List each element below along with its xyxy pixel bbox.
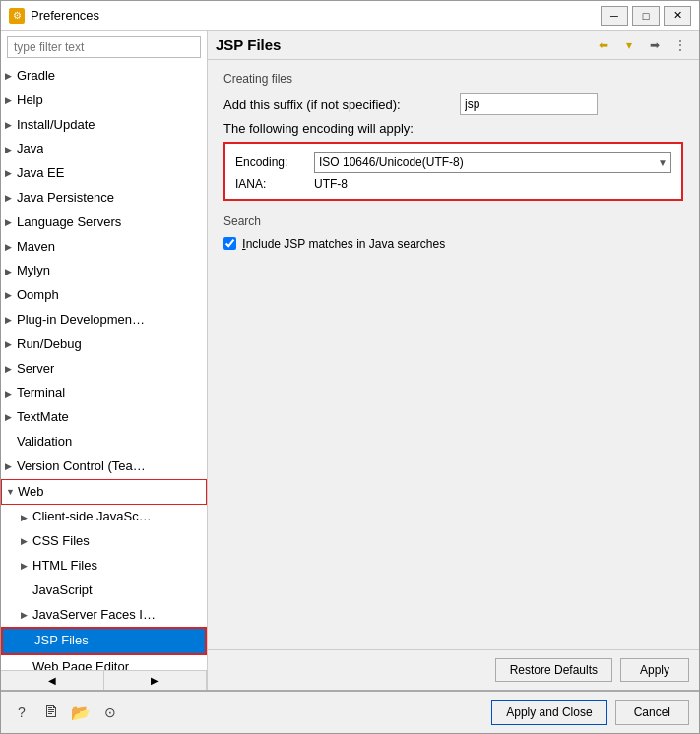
sidebar-item-web-page-editor[interactable]: Web Page Editor	[1, 655, 207, 670]
panel-toolbar: JSP Files ⬅ ▾ ➡ ⋮	[208, 31, 699, 60]
encoding-label: Encoding:	[235, 155, 314, 169]
sidebar-item-textmate[interactable]: ▶ TextMate	[1, 405, 207, 430]
expand-arrow: ▶	[5, 93, 17, 107]
sidebar-item-jsf[interactable]: ▶ JavaServer Faces I…	[1, 603, 207, 628]
sidebar-item-plugin-development[interactable]: ▶ Plug-in Developmen…	[1, 308, 207, 333]
dropdown-button[interactable]: ▾	[618, 34, 640, 56]
sidebar: ▶ Gradle ▶ Help ▶ Install/Update ▶ Java …	[1, 31, 208, 690]
minimize-button[interactable]: ─	[601, 6, 628, 26]
bottom-bar: ? 🖹 📂 ⊙ Apply and Close Cancel	[1, 690, 699, 733]
scroll-right-button[interactable]: ▶	[104, 671, 208, 690]
sidebar-item-install-update[interactable]: ▶ Install/Update	[1, 113, 207, 138]
expand-arrow: ▶	[5, 410, 17, 424]
maximize-button[interactable]: □	[632, 6, 660, 26]
expand-arrow: ▶	[5, 69, 17, 83]
suffix-label: Add this suffix (if not specified):	[223, 97, 460, 112]
expand-arrow: ▶	[21, 559, 32, 573]
sidebar-item-language-servers[interactable]: ▶ Language Servers	[1, 211, 207, 235]
creating-files-section-title: Creating files	[223, 72, 683, 86]
search-section-title: Search	[223, 214, 683, 228]
expand-arrow: ▶	[21, 511, 32, 524]
panel-body: Creating files Add this suffix (if not s…	[208, 60, 699, 649]
expand-arrow: ▶	[21, 608, 32, 622]
window-controls: ─ □ ✕	[601, 6, 691, 26]
expand-arrow: ▶	[5, 240, 17, 254]
cancel-button[interactable]: Cancel	[615, 700, 689, 725]
iana-row: IANA: UTF-8	[235, 177, 671, 191]
more-button[interactable]: ⋮	[669, 34, 691, 56]
expand-arrow: ▶	[5, 387, 17, 400]
include-jsp-label: Include JSP matches in Java searches	[242, 236, 445, 251]
scroll-left-button[interactable]: ◀	[1, 671, 104, 690]
search-section: Search Include JSP matches in Java searc…	[223, 214, 683, 251]
encoding-select[interactable]: ISO 10646/Unicode(UTF-8) UTF-8 ISO-8859-…	[314, 152, 671, 173]
sidebar-nav: ◀ ▶	[1, 670, 207, 690]
forward-button[interactable]: ➡	[644, 34, 666, 56]
sidebar-item-help[interactable]: ▶ Help	[1, 89, 207, 113]
suffix-select-wrap: jsp jspx	[460, 93, 598, 115]
help-icon[interactable]: ?	[11, 702, 32, 723]
sidebar-item-java-ee[interactable]: ▶ Java EE	[1, 161, 207, 186]
sidebar-item-web[interactable]: ▼ Web	[1, 479, 207, 506]
suffix-select[interactable]: jsp jspx	[465, 97, 593, 111]
filter-input[interactable]	[7, 36, 201, 58]
expand-arrow: ▶	[5, 191, 17, 205]
export-icon[interactable]: 🖹	[40, 702, 62, 723]
iana-label: IANA:	[235, 177, 314, 191]
title-bar: ⚙ Preferences ─ □ ✕	[1, 1, 699, 31]
expand-arrow: ▶	[5, 459, 17, 473]
expand-arrow: ▶	[5, 362, 17, 376]
expand-arrow: ▼	[6, 485, 18, 499]
encoding-select-wrap: ISO 10646/Unicode(UTF-8) UTF-8 ISO-8859-…	[314, 152, 671, 173]
window-icon: ⚙	[9, 8, 25, 24]
import-icon[interactable]: 📂	[70, 702, 92, 723]
sidebar-item-java[interactable]: ▶ Java	[1, 137, 207, 161]
sidebar-item-run-debug[interactable]: ▶ Run/Debug	[1, 333, 207, 357]
encoding-section-label: The following encoding will apply:	[223, 121, 683, 136]
sidebar-item-gradle[interactable]: ▶ Gradle	[1, 64, 207, 89]
restore-defaults-button[interactable]: Restore Defaults	[495, 658, 612, 682]
expand-arrow: ▶	[5, 288, 17, 302]
encoding-row: Encoding: ISO 10646/Unicode(UTF-8) UTF-8…	[235, 152, 671, 173]
bottom-icons: ? 🖹 📂 ⊙	[11, 702, 483, 723]
include-jsp-row: Include JSP matches in Java searches	[223, 236, 683, 251]
apply-button[interactable]: Apply	[620, 658, 689, 682]
sidebar-item-maven[interactable]: ▶ Maven	[1, 235, 207, 260]
expand-arrow: ▶	[5, 118, 17, 132]
sidebar-item-version-control[interactable]: ▶ Version Control (Tea…	[1, 455, 207, 479]
tree-container: ▶ Gradle ▶ Help ▶ Install/Update ▶ Java …	[1, 64, 207, 670]
encoding-box: Encoding: ISO 10646/Unicode(UTF-8) UTF-8…	[223, 142, 683, 201]
bottom-actions: Apply and Close Cancel	[491, 700, 689, 725]
suffix-row: Add this suffix (if not specified): jsp …	[223, 93, 683, 115]
sidebar-item-java-persistence[interactable]: ▶ Java Persistence	[1, 186, 207, 211]
window-title: Preferences	[31, 8, 595, 23]
right-panel: JSP Files ⬅ ▾ ➡ ⋮ Creating files Add thi…	[208, 31, 699, 690]
expand-arrow: ▶	[5, 265, 17, 278]
expand-arrow: ▶	[5, 337, 17, 351]
preferences-window: ⚙ Preferences ─ □ ✕ ▶ Gradle ▶ Help	[0, 0, 700, 734]
expand-arrow: ▶	[5, 313, 17, 327]
expand-arrow: ▶	[5, 143, 17, 156]
sidebar-item-server[interactable]: ▶ Server	[1, 357, 207, 382]
sidebar-item-html-files[interactable]: ▶ HTML Files	[1, 554, 207, 579]
include-jsp-checkbox[interactable]	[223, 237, 236, 250]
sidebar-item-validation[interactable]: Validation	[1, 430, 207, 455]
expand-arrow: ▶	[5, 215, 17, 229]
sidebar-item-css-files[interactable]: ▶ CSS Files	[1, 529, 207, 554]
settings-icon[interactable]: ⊙	[99, 702, 121, 723]
sidebar-item-mylyn[interactable]: ▶ Mylyn	[1, 259, 207, 283]
iana-value: UTF-8	[314, 177, 348, 191]
expand-arrow: ▶	[21, 534, 32, 548]
main-content: ▶ Gradle ▶ Help ▶ Install/Update ▶ Java …	[1, 31, 699, 690]
sidebar-item-javascript[interactable]: JavaScript	[1, 579, 207, 603]
sidebar-item-client-side-js[interactable]: ▶ Client-side JavaSc…	[1, 505, 207, 529]
close-button[interactable]: ✕	[664, 6, 691, 26]
apply-close-button[interactable]: Apply and Close	[491, 700, 606, 725]
sidebar-item-oomph[interactable]: ▶ Oomph	[1, 283, 207, 308]
sidebar-item-terminal[interactable]: ▶ Terminal	[1, 381, 207, 405]
sidebar-item-jsp-files[interactable]: JSP Files	[1, 627, 207, 655]
expand-arrow: ▶	[5, 166, 17, 180]
panel-title: JSP Files	[216, 36, 589, 53]
back-button[interactable]: ⬅	[593, 34, 614, 56]
panel-footer: Restore Defaults Apply	[208, 649, 699, 690]
